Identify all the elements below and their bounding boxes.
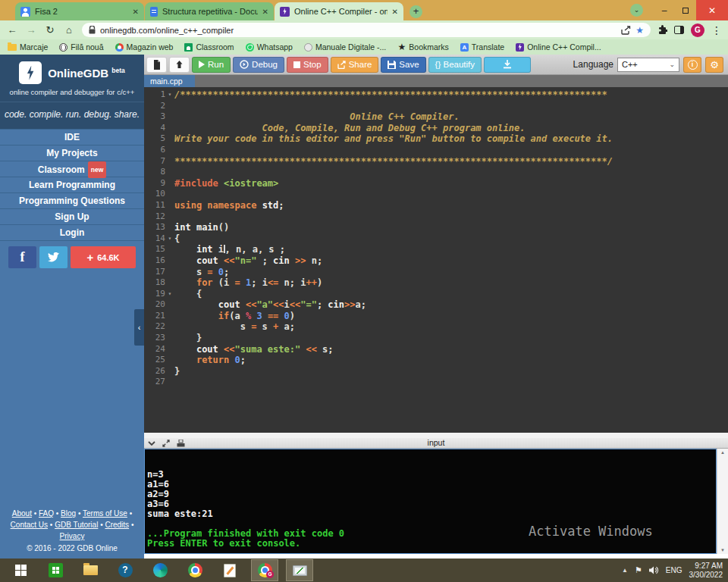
language-select[interactable]: C++⌄ — [617, 58, 679, 72]
url-field[interactable]: onlinegdb.com/online_c++_compiler ★ — [82, 23, 651, 37]
taskbar-store-button[interactable] — [38, 559, 73, 581]
tab-close-icon[interactable]: ✕ — [262, 8, 268, 16]
minimize-button[interactable]: – — [654, 5, 675, 16]
folder-icon — [8, 44, 17, 51]
bookmark-star-icon[interactable]: ★ — [635, 25, 644, 36]
bookmark-item[interactable]: Classroom — [184, 42, 234, 52]
line-number: 17 — [144, 267, 165, 278]
run-button[interactable]: Run — [192, 57, 231, 73]
twitter-button[interactable] — [39, 246, 67, 268]
bookmark-label: Magazin web — [127, 42, 174, 52]
fold-gutter — [165, 344, 174, 355]
bookmark-item[interactable]: Whatsapp — [246, 42, 293, 52]
debug-button[interactable]: Debug — [233, 57, 284, 73]
download-button[interactable] — [484, 57, 531, 73]
footer-link-privacy[interactable]: Privacy — [60, 532, 85, 540]
line-number: 7 — [144, 156, 165, 167]
new-file-button[interactable] — [146, 57, 167, 73]
taskbar-start-button[interactable] — [3, 559, 38, 581]
console-scrollbar[interactable]: ▲ ▼ — [717, 449, 728, 554]
footer-link-terms-of-use[interactable]: Terms of Use — [83, 509, 127, 518]
sidebar-item-programming-questions[interactable]: Programming Questions — [0, 192, 144, 208]
footer-link-gdb-tutorial[interactable]: GDB Tutorial — [55, 521, 98, 529]
sidebar-item-sign-up[interactable]: Sign Up — [0, 208, 144, 224]
sidebar-item-classroom[interactable]: Classroomnew — [0, 161, 144, 177]
tab-close-icon[interactable]: ✕ — [133, 8, 139, 16]
new-tab-button[interactable]: + — [410, 5, 422, 18]
scroll-up-icon[interactable]: ▲ — [720, 450, 725, 455]
bookmark-item[interactable]: ATranslate — [460, 42, 504, 52]
profile-avatar[interactable]: G — [691, 23, 704, 37]
code-line: 13int main() — [144, 222, 728, 233]
stop-button[interactable]: Stop — [287, 57, 328, 73]
language-indicator[interactable]: ENG — [666, 566, 682, 574]
footer-link-credits[interactable]: Credits — [105, 521, 129, 529]
facebook-button[interactable]: f — [8, 246, 36, 268]
sidebar-collapse-handle[interactable]: ‹ — [134, 309, 144, 346]
tray-expand-icon[interactable]: ▲ — [622, 567, 628, 574]
tab-close-icon[interactable]: ✕ — [392, 8, 398, 16]
browser-tab[interactable]: Structura repetitiva - Documente✕ — [145, 2, 274, 20]
beautify-button[interactable]: {} Beautify — [428, 57, 482, 73]
sidebar-item-login[interactable]: Login — [0, 224, 144, 240]
taskbar-help-button[interactable]: ? — [108, 559, 143, 581]
settings-button[interactable]: ⚙ — [705, 57, 723, 73]
onlinegdb-logo-icon[interactable] — [19, 61, 42, 84]
restore-button[interactable] — [675, 5, 696, 16]
keyboard-icon[interactable] — [177, 440, 185, 447]
browser-tab[interactable]: Online C++ Compiler - online ed✕ — [275, 2, 403, 20]
file-tab-main-cpp[interactable]: main.cpp — [144, 75, 195, 87]
taskbar-edge-button[interactable] — [143, 559, 177, 581]
line-number: 25 — [144, 355, 165, 366]
taskbar-apps: ?G — [3, 559, 317, 581]
footer-link-blog[interactable]: Blog — [61, 509, 76, 518]
volume-icon[interactable] — [649, 566, 659, 574]
sidebar-item-learn-programming[interactable]: Learn Programming — [0, 177, 144, 192]
action-center-flag-icon[interactable]: ⚑ — [635, 565, 642, 575]
bookmark-item[interactable]: Magazin web — [115, 42, 174, 52]
console-output[interactable]: n=3a1=6a2=9a3=6suma este:21 ...Program f… — [144, 449, 717, 554]
bookmark-item[interactable]: Manuale Digitale -... — [304, 42, 386, 52]
gdb-icon — [516, 43, 524, 52]
forward-icon[interactable]: → — [25, 24, 37, 36]
addthis-share-button[interactable]: +64.6K — [71, 246, 136, 268]
taskbar-file-explorer-button[interactable] — [73, 559, 108, 581]
footer-link-contact-us[interactable]: Contact Us — [11, 521, 48, 529]
fold-gutter — [165, 244, 174, 255]
extensions-icon[interactable] — [657, 25, 667, 35]
save-button[interactable]: Save — [381, 57, 425, 73]
code-editor[interactable]: 1▾/*************************************… — [144, 87, 728, 433]
reload-icon[interactable]: ↻ — [44, 24, 56, 36]
fold-gutter — [165, 200, 174, 211]
footer-link-about[interactable]: About — [12, 509, 32, 518]
sidebar-item-ide[interactable]: IDE — [0, 129, 144, 145]
browser-tab[interactable]: Fisa 2✕ — [15, 2, 144, 20]
taskbar-chrome-button[interactable] — [177, 559, 212, 581]
bookmark-item[interactable]: Filă nouă — [59, 42, 103, 52]
taskbar-chrome-window-button[interactable]: G — [251, 559, 278, 581]
close-button[interactable]: ✕ — [696, 0, 728, 20]
bookmark-item[interactable]: Marcaje — [8, 42, 48, 52]
editor-console-splitter[interactable] — [144, 433, 728, 438]
taskbar-system-monitor-button[interactable] — [286, 559, 313, 581]
sidebar-item-my-projects[interactable]: My Projects — [0, 145, 144, 161]
collapse-console-icon[interactable] — [148, 441, 155, 446]
fold-gutter — [165, 167, 174, 178]
info-button[interactable]: i — [683, 57, 701, 73]
expand-console-icon[interactable] — [162, 440, 170, 447]
home-icon[interactable]: ⌂ — [63, 24, 75, 36]
bookmark-item[interactable]: ★Bookmarks — [397, 42, 449, 52]
bookmark-item[interactable]: Online C++ Compil... — [516, 42, 601, 52]
taskbar-notes-button[interactable] — [212, 559, 247, 581]
menu-kebab-icon[interactable]: ⋮ — [711, 24, 722, 36]
open-file-button[interactable] — [169, 57, 190, 73]
footer-link-faq[interactable]: FAQ — [39, 509, 54, 518]
share-page-icon[interactable] — [621, 26, 631, 35]
share-button[interactable]: Share — [331, 57, 379, 73]
line-number: 2 — [144, 101, 165, 112]
back-icon[interactable]: ← — [6, 24, 18, 36]
tab-search-icon[interactable]: ⌄ — [630, 4, 643, 17]
scroll-down-icon[interactable]: ▼ — [720, 548, 725, 552]
side-panel-icon[interactable] — [674, 26, 684, 34]
taskbar-clock[interactable]: 9:27 AM 3/30/2022 — [689, 562, 723, 579]
